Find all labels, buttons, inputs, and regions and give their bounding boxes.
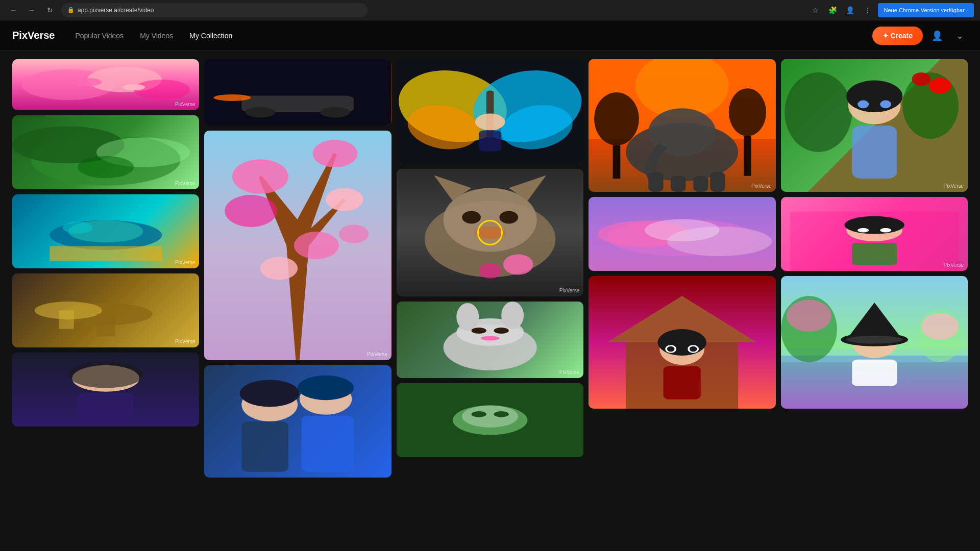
- svg-point-26: [232, 159, 288, 194]
- watermark: PixVerse: [175, 339, 195, 344]
- svg-rect-100: [852, 126, 897, 179]
- svg-rect-107: [852, 243, 897, 265]
- create-button[interactable]: ✦ Create: [872, 27, 923, 45]
- menu-icon[interactable]: ⋮: [861, 3, 875, 17]
- svg-point-110: [880, 228, 891, 233]
- watermark: PixVerse: [559, 288, 579, 293]
- app-header: PixVerse Popular Videos My Videos My Col…: [0, 20, 980, 51]
- bookmark-icon[interactable]: ☆: [808, 3, 823, 17]
- gallery-item-anime-pink-room[interactable]: PixVerse: [781, 197, 968, 271]
- refresh-button[interactable]: ↻: [43, 3, 57, 17]
- back-button[interactable]: ←: [6, 3, 20, 17]
- svg-point-53: [475, 227, 505, 239]
- svg-point-108: [844, 216, 904, 234]
- watermark: PixVerse: [944, 262, 964, 268]
- svg-point-3: [72, 78, 102, 86]
- svg-rect-35: [242, 421, 289, 472]
- profile-icon[interactable]: 👤: [843, 3, 857, 17]
- svg-rect-12: [50, 246, 162, 261]
- svg-point-109: [857, 228, 869, 233]
- svg-rect-15: [96, 314, 115, 337]
- svg-point-84: [645, 219, 720, 242]
- forward-button[interactable]: →: [24, 3, 39, 17]
- watermark: PixVerse: [175, 102, 195, 107]
- svg-point-45: [475, 114, 505, 131]
- header-right: ✦ Create 👤 ⌄: [872, 27, 968, 45]
- gallery-item-cherry-blossom-branch[interactable]: PixVerse: [204, 131, 391, 360]
- watermark: PixVerse: [175, 260, 195, 265]
- svg-point-52: [499, 211, 518, 224]
- dropdown-chevron[interactable]: ⌄: [951, 28, 968, 44]
- svg-point-29: [225, 195, 278, 227]
- svg-rect-88: [664, 366, 701, 399]
- svg-point-102: [857, 101, 869, 109]
- svg-point-58: [456, 303, 479, 331]
- svg-rect-18: [78, 393, 134, 423]
- gallery: PixVerse PixVerse: [0, 51, 980, 551]
- svg-point-62: [481, 336, 500, 341]
- gallery-item-anime-boy[interactable]: [589, 276, 775, 409]
- svg-rect-74: [693, 176, 708, 192]
- app-logo: PixVerse: [12, 30, 55, 41]
- gallery-col-3: PixVerse PixVerse: [397, 59, 583, 543]
- svg-point-101: [846, 81, 902, 112]
- svg-point-30: [294, 232, 339, 259]
- browser-actions: ☆ 🧩 👤 ⋮ Neue Chrome-Version verfügbar :: [808, 3, 974, 17]
- watermark: PixVerse: [175, 181, 195, 186]
- svg-point-95: [785, 72, 852, 152]
- extensions-icon[interactable]: 🧩: [826, 3, 840, 17]
- chrome-update-button[interactable]: Neue Chrome-Version verfügbar :: [878, 3, 974, 17]
- gallery-item-anime-girls-blue[interactable]: [204, 365, 391, 478]
- svg-point-61: [494, 328, 508, 334]
- svg-point-97: [928, 78, 951, 93]
- address-bar[interactable]: 🔒 app.pixverse.ai/create/video: [61, 3, 368, 17]
- svg-point-54: [503, 255, 533, 275]
- gallery-item-anime-witch[interactable]: [781, 276, 968, 409]
- svg-rect-72: [648, 172, 663, 192]
- svg-point-11: [63, 222, 93, 234]
- browser-chrome: ← → ↻ 🔒 app.pixverse.ai/create/video ☆ 🧩…: [0, 0, 980, 20]
- nav-my-videos[interactable]: My Videos: [140, 32, 173, 40]
- watermark: PixVerse: [751, 183, 771, 189]
- watermark: PixVerse: [559, 369, 579, 375]
- gallery-item-car-night[interactable]: [204, 59, 391, 126]
- gallery-item-cherry-blossoms[interactable]: PixVerse: [12, 59, 199, 110]
- svg-rect-79: [744, 136, 751, 176]
- gallery-item-fairy-butterfly[interactable]: [397, 59, 583, 164]
- main-nav: Popular Videos My Videos My Collection: [75, 32, 232, 40]
- gallery-item-kitten[interactable]: PixVerse: [397, 169, 583, 296]
- svg-point-92: [667, 346, 675, 352]
- gallery-item-bunny[interactable]: PixVerse: [397, 302, 583, 378]
- svg-rect-73: [671, 176, 685, 192]
- svg-point-38: [298, 375, 354, 400]
- svg-point-37: [240, 380, 300, 407]
- svg-rect-36: [302, 416, 354, 472]
- gallery-item-mushroom[interactable]: PixVerse: [12, 273, 199, 347]
- svg-point-115: [787, 300, 831, 332]
- svg-rect-77: [613, 145, 621, 179]
- gallery-item-pink-clouds[interactable]: [589, 197, 775, 271]
- gallery-item-sea-turtle[interactable]: PixVerse: [12, 194, 199, 268]
- svg-rect-118: [852, 360, 897, 386]
- gallery-col-4: PixVerse: [589, 59, 775, 543]
- svg-rect-46: [479, 130, 501, 151]
- user-menu-button[interactable]: 👤: [929, 28, 945, 44]
- svg-rect-20: [204, 59, 391, 126]
- gallery-item-elephant-sunset[interactable]: PixVerse: [589, 59, 775, 192]
- svg-point-31: [260, 257, 298, 280]
- gallery-item-green-leaves[interactable]: PixVerse: [12, 115, 199, 189]
- nav-my-collection[interactable]: My Collection: [189, 32, 232, 40]
- svg-point-27: [313, 140, 358, 167]
- gallery-item-green-scene[interactable]: [397, 383, 583, 457]
- svg-point-32: [339, 225, 369, 243]
- watermark: PixVerse: [367, 352, 387, 357]
- svg-rect-16: [59, 311, 74, 329]
- svg-point-28: [326, 188, 363, 211]
- gallery-item-anime-blue-dress[interactable]: PixVerse: [781, 59, 968, 192]
- svg-point-66: [471, 411, 486, 417]
- gallery-col-2: PixVerse: [204, 59, 391, 543]
- gallery-col-1: PixVerse PixVerse: [12, 59, 199, 543]
- svg-point-103: [880, 101, 891, 109]
- gallery-item-anime-girl[interactable]: [12, 353, 199, 427]
- nav-popular-videos[interactable]: Popular Videos: [75, 32, 124, 40]
